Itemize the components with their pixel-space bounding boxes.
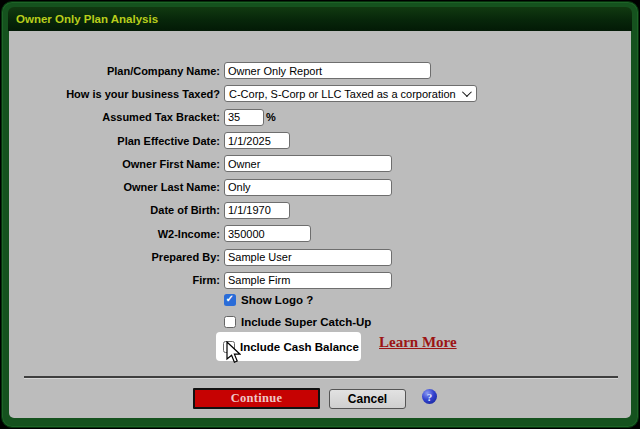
plan-company-name-label: Plan/Company Name: — [9, 65, 220, 77]
learn-more-link[interactable]: Learn More — [379, 334, 457, 351]
super-catchup-checkbox[interactable] — [224, 316, 236, 328]
form-row: Firm: — [9, 269, 631, 292]
form-row: Plan/Company Name: — [9, 59, 631, 82]
tax-bracket-label: Assumed Tax Bracket: — [9, 111, 220, 123]
form-row: Prepared By: — [9, 245, 631, 268]
firm-input[interactable] — [224, 272, 392, 289]
cash-balance-checkbox[interactable] — [223, 341, 235, 353]
help-icon[interactable]: ? — [422, 389, 437, 404]
firm-label: Firm: — [9, 274, 220, 286]
dialog-title: Owner Only Plan Analysis — [16, 13, 158, 25]
form-row: Date of Birth: — [9, 199, 631, 222]
w2-income-label: W2-Income: — [9, 228, 220, 240]
dialog-titlebar: Owner Only Plan Analysis — [8, 7, 632, 31]
prepared-by-label: Prepared By: — [9, 251, 220, 263]
percent-suffix-label: % — [266, 111, 276, 123]
show-logo-checkbox[interactable] — [224, 294, 236, 306]
first-name-label: Owner First Name: — [9, 158, 220, 170]
footer-divider — [24, 376, 618, 379]
last-name-label: Owner Last Name: — [9, 181, 220, 193]
plan-company-name-input[interactable] — [224, 62, 431, 79]
super-catchup-label: Include Super Catch-Up — [241, 316, 371, 328]
w2-income-input[interactable] — [224, 225, 311, 242]
show-logo-row: Show Logo ? — [224, 293, 313, 307]
form-rows: Plan/Company Name: How is your business … — [9, 59, 631, 292]
cash-balance-label: Include Cash Balance — [240, 341, 359, 353]
tax-bracket-input[interactable] — [224, 109, 264, 126]
form-row: Assumed Tax Bracket: % — [9, 106, 631, 129]
date-of-birth-input[interactable] — [224, 202, 290, 219]
show-logo-label: Show Logo ? — [241, 294, 313, 306]
prepared-by-input[interactable] — [224, 249, 392, 266]
business-taxed-selected-value: C-Corp, S-Corp or LLC Taxed as a corpora… — [229, 88, 456, 100]
first-name-input[interactable] — [224, 155, 392, 172]
super-catchup-row: Include Super Catch-Up — [224, 315, 371, 329]
dialog-content: Plan/Company Name: How is your business … — [9, 31, 631, 418]
form-row: W2-Income: — [9, 222, 631, 245]
date-of-birth-label: Date of Birth: — [9, 204, 220, 216]
effective-date-input[interactable] — [224, 132, 290, 149]
last-name-input[interactable] — [224, 179, 392, 196]
owner-only-plan-dialog: Owner Only Plan Analysis Plan/Company Na… — [1, 1, 639, 428]
form-row: How is your business Taxed? C-Corp, S-Co… — [9, 82, 631, 105]
effective-date-label: Plan Effective Date: — [9, 135, 220, 147]
form-row: Owner Last Name: — [9, 175, 631, 198]
cancel-button[interactable]: Cancel — [329, 389, 406, 409]
continue-button[interactable]: Continue — [193, 388, 320, 409]
form-row: Plan Effective Date: — [9, 129, 631, 152]
chevron-down-icon — [462, 88, 472, 98]
business-taxed-label: How is your business Taxed? — [9, 88, 220, 100]
form-row: Owner First Name: — [9, 152, 631, 175]
cash-balance-highlight-box: Include Cash Balance — [216, 332, 361, 361]
business-taxed-select[interactable]: C-Corp, S-Corp or LLC Taxed as a corpora… — [224, 85, 477, 102]
